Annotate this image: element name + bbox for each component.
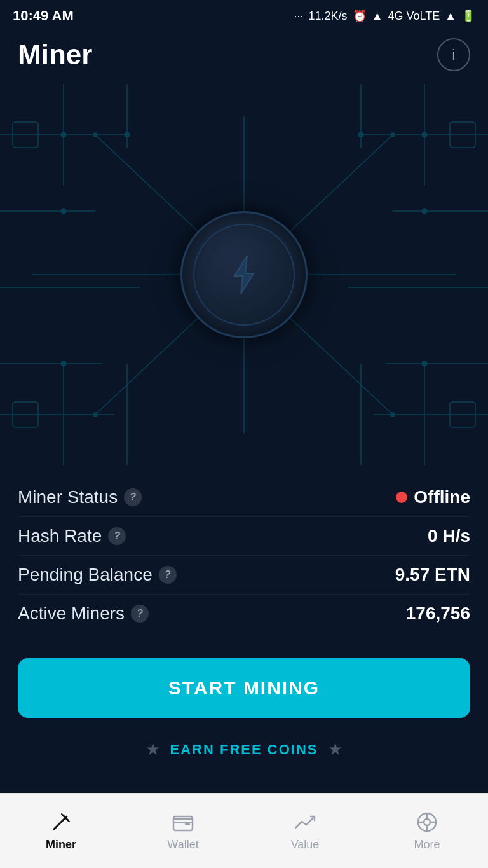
pending-balance-help-icon[interactable]: ? (159, 566, 177, 584)
alarm-icon: ⏰ (353, 9, 367, 23)
nav-item-miner[interactable]: Miner (0, 794, 122, 868)
svg-point-50 (424, 819, 430, 825)
hash-rate-value: 0 H/s (428, 526, 470, 546)
svg-point-36 (61, 361, 66, 366)
info-icon: i (452, 46, 455, 64)
wallet-nav-label: Wallet (167, 838, 198, 851)
coin-lightning-icon (219, 249, 269, 300)
status-right: ··· 11.2K/s ⏰ ▲ 4G VoLTE ▲ 🔋 (294, 9, 475, 23)
value-nav-icon (293, 810, 317, 834)
hash-rate-help-icon[interactable]: ? (108, 527, 126, 545)
earn-free-coins-section[interactable]: ★ EARN FREE COINS ★ (0, 724, 488, 772)
svg-point-39 (391, 133, 395, 137)
svg-rect-48 (185, 822, 190, 825)
network-speed: 11.2K/s (309, 10, 348, 23)
svg-point-31 (125, 132, 130, 137)
battery-icon: 🔋 (461, 9, 475, 23)
svg-point-32 (358, 132, 363, 137)
status-bar: 10:49 AM ··· 11.2K/s ⏰ ▲ 4G VoLTE ▲ 🔋 (0, 0, 488, 32)
svg-point-33 (422, 132, 427, 137)
svg-point-34 (61, 209, 66, 214)
miner-status-label: Miner Status ? (18, 487, 142, 507)
miner-status-row: Miner Status ? Offline (18, 478, 470, 517)
pending-balance-label: Pending Balance ? (18, 565, 177, 585)
svg-point-37 (422, 361, 427, 366)
miner-status-value: Offline (396, 487, 470, 507)
pending-balance-row: Pending Balance ? 9.57 ETN (18, 556, 470, 595)
carrier-label: 4G VoLTE (388, 10, 440, 23)
coin-inner (193, 224, 295, 326)
earn-star-right: ★ (328, 740, 342, 759)
start-mining-button[interactable]: START MINING (18, 658, 470, 718)
info-button[interactable]: i (437, 38, 470, 71)
bottom-nav: Miner Wallet Value More (0, 793, 488, 868)
signal-icon-2: ▲ (445, 10, 456, 23)
page-title: Miner (18, 39, 92, 71)
svg-rect-47 (173, 819, 193, 823)
svg-point-38 (93, 133, 97, 137)
hash-rate-label: Hash Rate ? (18, 526, 126, 546)
status-time: 10:49 AM (13, 8, 74, 24)
ellipsis-icon: ··· (294, 10, 304, 23)
pending-balance-value: 9.57 ETN (395, 565, 470, 585)
miner-status-help-icon[interactable]: ? (124, 488, 142, 506)
svg-point-30 (61, 132, 66, 137)
earn-free-coins-label[interactable]: EARN FREE COINS (170, 741, 318, 758)
miner-nav-label: Miner (46, 838, 76, 851)
active-miners-help-icon[interactable]: ? (131, 605, 149, 623)
svg-point-40 (93, 413, 97, 417)
value-nav-label: Value (291, 838, 320, 851)
nav-item-more[interactable]: More (366, 794, 488, 868)
hero-area (0, 84, 488, 465)
wallet-nav-icon (171, 810, 195, 834)
svg-point-35 (422, 209, 427, 214)
header: Miner i (0, 32, 488, 84)
miner-nav-icon (49, 810, 73, 834)
coin-logo (180, 211, 308, 338)
nav-item-value[interactable]: Value (244, 794, 366, 868)
active-miners-value: 176,756 (406, 603, 470, 624)
nav-item-wallet[interactable]: Wallet (122, 794, 244, 868)
svg-marker-42 (234, 256, 254, 294)
earn-star-left: ★ (146, 740, 160, 759)
svg-point-41 (391, 413, 395, 417)
more-nav-label: More (414, 838, 440, 851)
stats-section: Miner Status ? Offline Hash Rate ? 0 H/s… (0, 465, 488, 645)
signal-icon: ▲ (372, 10, 383, 23)
mining-section: START MINING (0, 645, 488, 724)
more-nav-icon (415, 810, 439, 834)
active-miners-row: Active Miners ? 176,756 (18, 595, 470, 633)
hash-rate-row: Hash Rate ? 0 H/s (18, 517, 470, 556)
active-miners-label: Active Miners ? (18, 603, 149, 624)
offline-dot (396, 492, 407, 503)
